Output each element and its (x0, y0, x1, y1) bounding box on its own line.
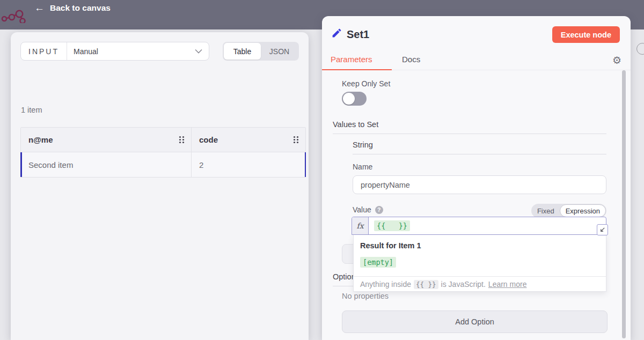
tab-parameters[interactable]: Parameters (331, 55, 372, 64)
string-section-heading: String (353, 141, 606, 154)
node-title[interactable]: Set1 (347, 28, 369, 41)
node-settings-panel: Set1 Execute node Parameters Docs ⚙ Keep… (322, 16, 631, 340)
expression-result-popup: Result for Item 1 [empty] Anything insid… (353, 235, 606, 292)
scrollbar-thumb[interactable] (622, 70, 626, 338)
expression-hint: Anything inside {{ }} is JavaScript. Lea… (354, 276, 606, 292)
n8n-logo-icon (1, 7, 30, 25)
input-data-table: n@me code Second item 2 (20, 127, 306, 178)
json-view-tab[interactable]: JSON (261, 43, 298, 60)
input-source-label: INPUT (21, 42, 67, 60)
no-properties-text: No properties (342, 292, 389, 300)
keep-only-set-label: Keep Only Set (342, 79, 390, 88)
help-icon[interactable]: ? (375, 206, 383, 214)
fx-icon: fx (352, 217, 369, 234)
gear-icon[interactable]: ⚙ (612, 54, 621, 66)
table-header-row: n@me code (21, 128, 305, 152)
keep-only-set-toggle[interactable] (342, 92, 367, 106)
drag-handle-icon[interactable] (293, 136, 299, 144)
expression-code[interactable]: {{ }} (374, 220, 410, 231)
tab-docs[interactable]: Docs (402, 55, 420, 64)
items-count: 1 item (21, 106, 42, 114)
expression-input[interactable]: fx {{ }} (352, 217, 606, 235)
hint-braces-badge: {{ }} (414, 280, 438, 289)
table-row[interactable]: Second item 2 (21, 152, 305, 177)
hint-text: Anything inside (360, 280, 411, 289)
node-tabs: Parameters Docs ⚙ (322, 53, 631, 70)
back-arrow-icon[interactable]: ← (34, 2, 45, 14)
input-source-select[interactable]: INPUT Manual (20, 42, 209, 61)
table-cell-code[interactable]: 2 (191, 152, 305, 177)
row-highlight-bar (305, 152, 306, 177)
row-highlight-bar (20, 152, 22, 177)
fixed-mode-button[interactable]: Fixed (532, 204, 560, 217)
input-source-value: Manual (67, 47, 195, 56)
values-to-set-heading: Values to Set (333, 120, 606, 134)
expand-expression-icon[interactable] (597, 224, 608, 235)
fixed-expression-toggle: Fixed Expression (531, 204, 606, 218)
name-field-input[interactable] (353, 175, 606, 194)
expression-mode-button[interactable]: Expression (560, 204, 606, 217)
table-header-cell[interactable]: code (191, 128, 305, 152)
input-panel: INPUT Manual Table JSON 1 item n@me code (11, 32, 309, 340)
table-header-cell[interactable]: n@me (21, 128, 191, 152)
drag-handle-icon[interactable] (179, 136, 185, 144)
view-mode-toggle: Table JSON (223, 42, 299, 61)
result-value: [empty] (360, 257, 396, 268)
chevron-down-icon (195, 49, 202, 54)
name-field-label: Name (353, 162, 372, 171)
add-option-button[interactable]: Add Option (342, 311, 608, 333)
column-title: n@me (28, 135, 53, 144)
partial-circle-glyph (636, 43, 644, 55)
edit-pencil-icon[interactable] (331, 27, 342, 41)
column-title: code (199, 135, 218, 144)
back-to-canvas-link[interactable]: Back to canvas (50, 3, 111, 13)
learn-more-link[interactable]: Learn more (488, 280, 527, 289)
toggle-knob (343, 93, 355, 105)
result-title: Result for Item 1 (360, 241, 421, 250)
execute-node-button[interactable]: Execute node (552, 26, 620, 43)
hint-text: is JavaScript. (441, 280, 486, 289)
table-view-tab[interactable]: Table (224, 43, 261, 60)
value-field-label: Value (353, 205, 371, 214)
table-cell-name[interactable]: Second item (21, 152, 191, 177)
